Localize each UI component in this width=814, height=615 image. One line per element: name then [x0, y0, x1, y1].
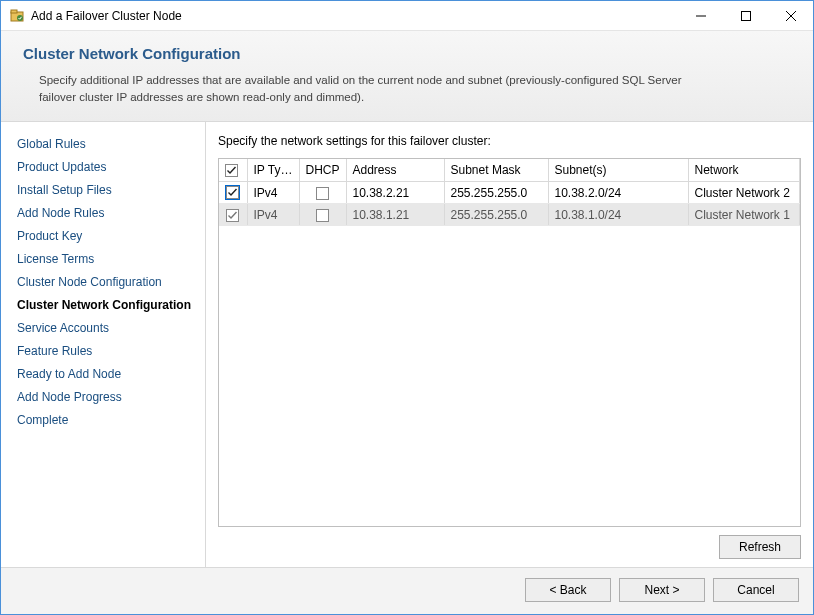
close-button[interactable] — [768, 1, 813, 30]
col-header-iptype[interactable]: IP Ty… — [247, 159, 299, 181]
cell-mask[interactable]: 255.255.255.0 — [444, 181, 548, 203]
sidebar-step[interactable]: Product Key — [15, 224, 201, 247]
sidebar-step[interactable]: Install Setup Files — [15, 178, 201, 201]
sidebar-step[interactable]: Product Updates — [15, 155, 201, 178]
content-area: Specify the network settings for this fa… — [205, 122, 813, 567]
sidebar-step[interactable]: License Terms — [15, 247, 201, 270]
cell-subnet: 10.38.1.0/24 — [548, 204, 688, 226]
svg-rect-1 — [11, 10, 17, 13]
cell-mask: 255.255.255.0 — [444, 204, 548, 226]
network-grid: IP Ty… DHCP Address Subnet Mask Subnet(s… — [218, 158, 801, 527]
sidebar-step[interactable]: Complete — [15, 408, 201, 431]
col-header-dhcp[interactable]: DHCP — [299, 159, 346, 181]
dhcp-checkbox[interactable] — [316, 187, 329, 200]
app-icon — [9, 8, 25, 24]
titlebar: Add a Failover Cluster Node — [1, 1, 813, 31]
content-label: Specify the network settings for this fa… — [218, 134, 801, 148]
svg-rect-9 — [317, 187, 329, 199]
cell-network: Cluster Network 1 — [688, 204, 799, 226]
page-header: Cluster Network Configuration Specify ad… — [1, 31, 813, 122]
sidebar-step[interactable]: Ready to Add Node — [15, 362, 201, 385]
cell-iptype: IPv4 — [247, 204, 299, 226]
next-button[interactable]: Next > — [619, 578, 705, 602]
col-header-address[interactable]: Address — [346, 159, 444, 181]
cell-dhcp[interactable] — [299, 181, 346, 203]
sidebar-step[interactable]: Service Accounts — [15, 316, 201, 339]
checkbox-icon — [225, 164, 238, 177]
cell-address[interactable]: 10.38.2.21 — [346, 181, 444, 203]
dhcp-checkbox — [316, 209, 329, 222]
page-title: Cluster Network Configuration — [23, 45, 791, 62]
main-area: Global RulesProduct UpdatesInstall Setup… — [1, 122, 813, 567]
refresh-button[interactable]: Refresh — [719, 535, 801, 559]
page-description: Specify additional IP addresses that are… — [23, 72, 713, 105]
window-controls — [678, 1, 813, 30]
row-checkbox — [226, 209, 239, 222]
col-header-network[interactable]: Network — [688, 159, 799, 181]
svg-rect-4 — [741, 11, 750, 20]
cell-dhcp — [299, 204, 346, 226]
cell-iptype[interactable]: IPv4 — [247, 181, 299, 203]
col-header-subnet[interactable]: Subnet(s) — [548, 159, 688, 181]
sidebar-step[interactable]: Cluster Node Configuration — [15, 270, 201, 293]
refresh-row: Refresh — [218, 535, 801, 559]
sidebar-step[interactable]: Add Node Progress — [15, 385, 201, 408]
cell-address: 10.38.1.21 — [346, 204, 444, 226]
sidebar-step[interactable]: Add Node Rules — [15, 201, 201, 224]
cancel-button[interactable]: Cancel — [713, 578, 799, 602]
sidebar-step[interactable]: Feature Rules — [15, 339, 201, 362]
grid-header-row: IP Ty… DHCP Address Subnet Mask Subnet(s… — [219, 159, 800, 181]
svg-rect-11 — [317, 209, 329, 221]
cell-network[interactable]: Cluster Network 2 — [688, 181, 799, 203]
maximize-button[interactable] — [723, 1, 768, 30]
row-checkbox[interactable] — [225, 185, 240, 200]
window-title: Add a Failover Cluster Node — [31, 9, 678, 23]
back-button[interactable]: < Back — [525, 578, 611, 602]
cell-subnet[interactable]: 10.38.2.0/24 — [548, 181, 688, 203]
steps-sidebar: Global RulesProduct UpdatesInstall Setup… — [1, 122, 205, 567]
sidebar-step[interactable]: Cluster Network Configuration — [15, 293, 201, 316]
table-row[interactable]: IPv410.38.2.21255.255.255.010.38.2.0/24C… — [219, 181, 800, 203]
minimize-button[interactable] — [678, 1, 723, 30]
sidebar-step[interactable]: Global Rules — [15, 132, 201, 155]
col-header-mask[interactable]: Subnet Mask — [444, 159, 548, 181]
table-row: IPv410.38.1.21255.255.255.010.38.1.0/24C… — [219, 204, 800, 226]
wizard-footer: < Back Next > Cancel — [1, 567, 813, 614]
col-header-select[interactable] — [219, 159, 247, 181]
